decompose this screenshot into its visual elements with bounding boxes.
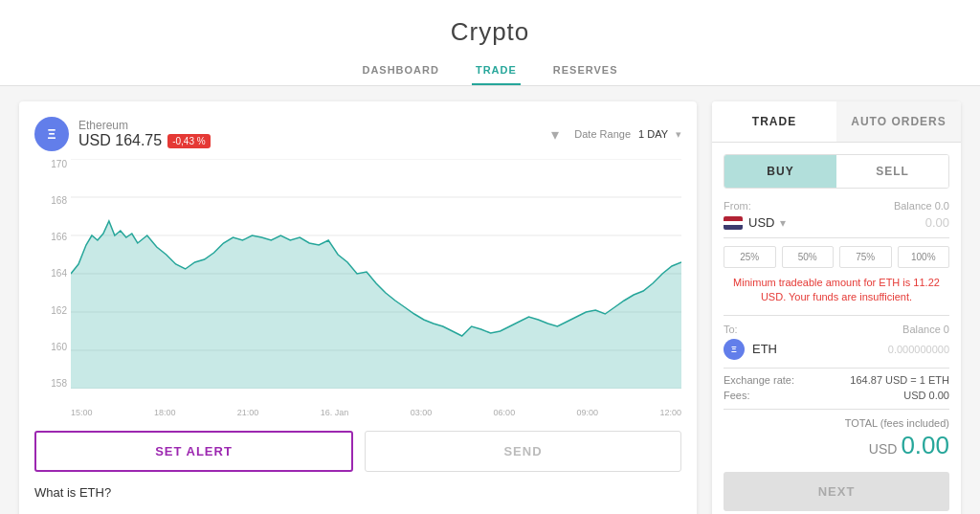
y-label-0: 170 [34, 159, 67, 169]
balance-label: Balance 0.0 [894, 200, 949, 212]
x-label-4: 03:00 [411, 408, 433, 417]
exchange-rate-row: Exchange rate: 164.87 USD = 1 ETH [724, 368, 949, 386]
x-label-2: 21:00 [237, 408, 259, 417]
to-section: To: Balance 0 Ξ ETH 0.000000000 [724, 315, 949, 360]
fees-value: USD 0.00 [903, 390, 949, 401]
to-balance: Balance 0 [902, 324, 949, 335]
x-label-7: 12:00 [659, 408, 681, 417]
tab-auto-orders[interactable]: AUTO ORDERS [836, 101, 961, 143]
trade-body: BUY SELL From: Balance 0.0 USD ▾ 0.00 25… [712, 143, 961, 514]
chart-y-labels: 170 168 166 164 162 160 158 [34, 159, 71, 389]
main-content: Ξ Ethereum USD 164.75 -0,43 % ▾ Date Ran… [0, 86, 980, 514]
eth-coin-name: ETH [752, 342, 777, 356]
tab-trade-right[interactable]: TRADE [712, 101, 836, 143]
date-range-label: Date Range [574, 128, 631, 140]
currency-name: USD [748, 215, 774, 230]
eth-amount: 0.000000000 [888, 344, 949, 355]
tab-dashboard[interactable]: DASHBOARD [358, 56, 443, 85]
pct-100-button[interactable]: 100% [898, 246, 950, 268]
usd-flag [724, 216, 743, 230]
next-button[interactable]: NEXT [724, 472, 949, 511]
tab-sell[interactable]: SELL [836, 155, 948, 188]
chart-x-labels: 15:00 18:00 21:00 16. Jan 03:00 06:00 09… [71, 391, 681, 417]
x-label-5: 06:00 [494, 408, 516, 417]
x-label-3: 16. Jan [321, 408, 349, 417]
to-label: To: [724, 324, 738, 335]
y-label-1: 168 [34, 195, 67, 206]
what-is-label: What is ETH? [34, 485, 681, 500]
app-header: Crypto DASHBOARD TRADE RESERVES [0, 0, 980, 86]
y-label-2: 166 [34, 232, 67, 242]
app-title: Crypto [0, 17, 980, 47]
chart-svg [71, 159, 681, 389]
total-amount: 0.00 [901, 431, 949, 459]
date-range-dropdown-arrow[interactable]: ▾ [676, 128, 681, 141]
to-row: To: Balance 0 [724, 324, 949, 335]
left-panel: Ξ Ethereum USD 164.75 -0,43 % ▾ Date Ran… [19, 101, 697, 514]
tab-reserves[interactable]: RESERVES [549, 56, 622, 85]
chart-container: 170 168 166 164 162 160 158 [34, 159, 681, 417]
x-label-1: 18:00 [154, 408, 176, 417]
x-label-6: 09:00 [577, 408, 599, 417]
y-label-3: 164 [34, 268, 67, 279]
pct-25-button[interactable]: 25% [724, 246, 776, 268]
coin-details: Ethereum USD 164.75 -0,43 % [78, 119, 211, 149]
coin-name: Ethereum [78, 119, 211, 132]
pct-50-button[interactable]: 50% [782, 246, 835, 268]
coin-price: USD 164.75 [78, 132, 162, 149]
percent-buttons: 25% 50% 75% 100% [724, 246, 949, 268]
from-row: From: Balance 0.0 [724, 200, 949, 212]
action-buttons: SET ALERT SEND [34, 431, 681, 472]
buy-sell-tabs: BUY SELL [724, 154, 949, 189]
currency-amount: 0.00 [925, 215, 949, 230]
coin-header: Ξ Ethereum USD 164.75 -0,43 % ▾ Date Ran… [34, 117, 681, 151]
coin-info: Ξ Ethereum USD 164.75 -0,43 % [34, 117, 211, 151]
exchange-rate-value: 164.87 USD = 1 ETH [850, 374, 949, 386]
x-label-0: 15:00 [71, 408, 93, 417]
y-label-4: 162 [34, 305, 67, 316]
total-label: TOTAL (fees included) [724, 417, 949, 429]
currency-selector: USD ▾ 0.00 [724, 215, 949, 238]
right-panel-tabs: TRADE AUTO ORDERS [712, 101, 961, 143]
total-row: TOTAL (fees included) USD0.00 [724, 417, 949, 460]
date-range-selector: Date Range 1 DAY ▾ [574, 128, 681, 141]
total-currency: USD [869, 441, 898, 457]
eth-icon: Ξ [724, 339, 745, 360]
from-label: From: [724, 200, 751, 212]
currency-dropdown-arrow[interactable]: ▾ [780, 216, 786, 230]
set-alert-button[interactable]: SET ALERT [34, 431, 353, 472]
nav-tabs: DASHBOARD TRADE RESERVES [0, 56, 980, 86]
eth-logo: Ξ [34, 117, 69, 151]
right-panel: TRADE AUTO ORDERS BUY SELL From: Balance… [712, 101, 961, 514]
pct-75-button[interactable]: 75% [839, 246, 892, 268]
date-range-value: 1 DAY [638, 128, 668, 140]
fees-row: Fees: USD 0.00 [724, 390, 949, 410]
warning-message: Minimum tradeable amount for ETH is 11.2… [724, 276, 949, 305]
eth-selector: Ξ ETH 0.000000000 [724, 339, 949, 360]
tab-trade[interactable]: TRADE [472, 56, 521, 85]
y-label-5: 160 [34, 342, 67, 352]
y-label-6: 158 [34, 378, 67, 389]
fees-label: Fees: [724, 390, 750, 401]
tab-buy[interactable]: BUY [724, 155, 836, 188]
price-change-badge: -0,43 % [167, 134, 210, 148]
exchange-rate-label: Exchange rate: [724, 374, 794, 386]
coin-dropdown-arrow[interactable]: ▾ [551, 125, 559, 144]
total-value: USD0.00 [724, 431, 949, 460]
send-button[interactable]: SEND [365, 431, 681, 472]
